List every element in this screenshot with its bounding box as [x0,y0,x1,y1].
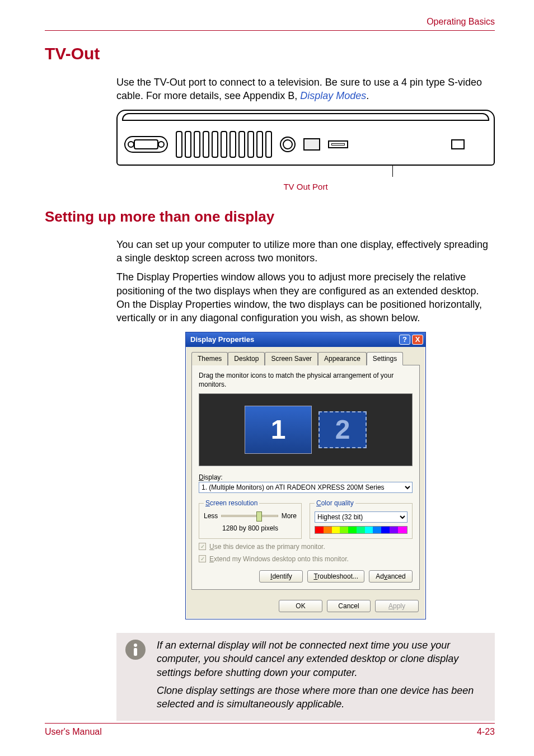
settings-panel: Drag the monitor icons to match the phys… [191,365,420,590]
monitor-arrangement[interactable]: 1 2 [199,393,413,466]
svg-rect-2 [134,648,137,656]
footer-left: User's Manual [45,727,102,737]
h1-tv-out: TV-Out [45,44,495,63]
color-spectrum-icon [315,526,407,534]
laptop-side-illustration [116,110,495,179]
resolution-slider[interactable] [221,515,278,517]
header-rule [45,30,495,31]
tv-out-text-tail: . [366,90,369,101]
vga-port-icon [124,136,168,153]
advanced-button[interactable]: AdvancedAdvanced [369,570,413,583]
tab-desktop[interactable]: Desktop [228,352,265,365]
color-quality-group: Color qualityColor quality Highest (32 b… [310,499,413,538]
small-port-icon [303,138,320,151]
apply-button[interactable]: ApplyApply [375,600,419,612]
vent-icon [176,131,272,158]
extend-desktop-checkbox: ✓ [199,555,206,562]
drag-instruction: Drag the monitor icons to match the phys… [199,371,413,389]
multi-display-p2: The Display Properties window allows you… [116,270,495,325]
dialog-titlebar: Display Properties ? X [186,332,425,347]
ok-button[interactable]: OK [279,600,322,612]
troubleshoot-button[interactable]: Troubleshoot...Troubleshoot... [307,570,364,583]
note-p2: Clone display settings are those where m… [157,684,487,711]
cancel-button[interactable]: Cancel [327,600,371,612]
display-modes-link[interactable]: Display Modes [300,90,366,101]
tab-screen-saver[interactable]: Screen Saver [265,352,318,365]
help-button[interactable]: ? [399,335,410,345]
tab-themes[interactable]: Themes [191,352,228,365]
page-footer: User's Manual 4-23 [45,723,495,737]
display-select[interactable]: 1. (Multiple Monitors) on ATI RADEON XPR… [199,482,413,493]
footer-right: 4-23 [477,727,495,737]
info-icon [124,638,147,661]
dialog-title: Display Properties [190,335,254,345]
slider-less-label: Less [204,511,218,520]
screen-resolution-group: Screen resolutionScreen resolution Less … [199,499,302,538]
tv-out-body: Use the TV-Out port to connect to a tele… [116,76,495,192]
display-properties-dialog: Display Properties ? X Themes Desktop Sc… [185,332,426,619]
slider-more-label: More [282,511,297,520]
resolution-value: 1280 by 800 pixels [204,524,297,533]
sd-port-icon [451,139,465,149]
monitor-2-icon[interactable]: 2 [318,411,367,448]
h2-multi-display: Setting up more than one display [45,208,495,226]
color-quality-select[interactable]: Highest (32 bit) [315,511,407,523]
slot-port-icon [328,140,348,148]
svideo-port-icon [280,137,296,152]
monitor-1-icon[interactable]: 1 [245,406,312,454]
tab-appearance[interactable]: Appearance [318,352,367,365]
primary-monitor-checkbox: ✓ [199,543,206,550]
tabs-row: Themes Desktop Screen Saver Appearance S… [186,347,425,365]
info-note: If an external display will not be conne… [116,633,495,721]
tv-out-port-caption: TV Out Port [116,181,495,192]
close-button[interactable]: X [412,335,423,345]
svg-point-1 [134,644,137,647]
identify-button[interactable]: IdentifyIdentify [259,570,303,583]
multi-display-p1: You can set up your computer to utilize … [116,238,495,265]
tab-settings[interactable]: Settings [367,352,403,365]
note-p1: If an external display will not be conne… [157,638,487,679]
multi-display-body: You can set up your computer to utilize … [116,238,495,619]
tv-out-text: Use the TV-Out port to connect to a tele… [116,77,482,101]
header-section-label: Operating Basics [45,17,495,27]
